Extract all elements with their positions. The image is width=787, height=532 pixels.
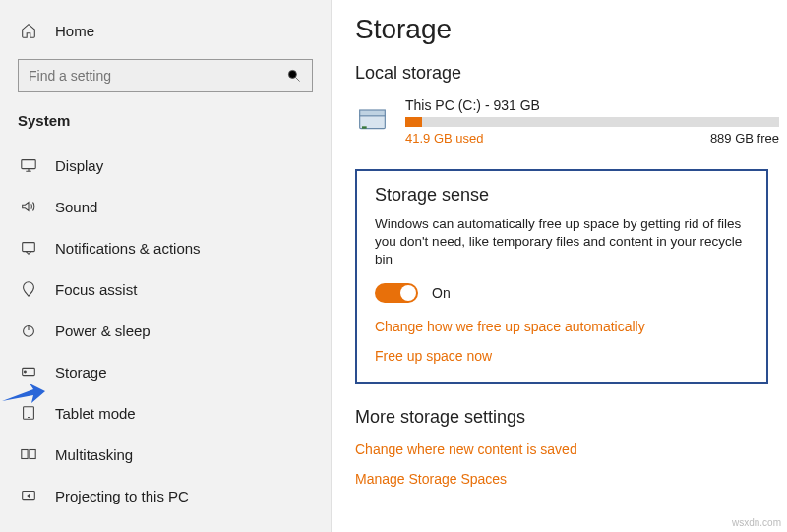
disk-usage-bar xyxy=(405,117,779,127)
sidebar-item-label: Notifications & actions xyxy=(55,240,201,257)
sidebar-item-tablet-mode[interactable]: Tablet mode xyxy=(0,392,331,434)
sidebar-item-sound[interactable]: Sound xyxy=(0,186,331,227)
sidebar-item-display[interactable]: Display xyxy=(0,145,331,186)
search-field[interactable] xyxy=(29,68,286,84)
svg-rect-7 xyxy=(22,450,28,459)
disk-icon xyxy=(355,103,390,141)
home-icon xyxy=(18,20,39,41)
sidebar-item-multitasking[interactable]: Multitasking xyxy=(0,434,331,475)
svg-point-0 xyxy=(288,70,296,78)
page-title: Storage xyxy=(355,14,779,45)
search-icon xyxy=(286,68,302,84)
sidebar-item-label: Storage xyxy=(55,364,107,381)
svg-rect-12 xyxy=(362,126,367,128)
link-change-free-up[interactable]: Change how we free up space automaticall… xyxy=(375,319,749,334)
sidebar-item-label: Display xyxy=(55,157,103,174)
sidebar-item-focus-assist[interactable]: Focus assist xyxy=(0,268,331,310)
storage-sense-toggle[interactable] xyxy=(375,283,418,303)
storage-sense-description: Windows can automatically free up space … xyxy=(375,215,749,269)
sidebar-item-label: Focus assist xyxy=(55,281,137,298)
sidebar-section-label: System xyxy=(0,106,331,139)
sidebar-item-label: Sound xyxy=(55,199,97,215)
sidebar-item-label: Multitasking xyxy=(55,446,133,463)
link-manage-storage-spaces[interactable]: Manage Storage Spaces xyxy=(355,471,779,487)
sidebar-item-label: Home xyxy=(55,23,94,39)
more-settings-heading: More storage settings xyxy=(355,407,779,428)
notifications-icon xyxy=(18,237,39,259)
focus-assist-icon xyxy=(18,278,39,300)
sound-icon xyxy=(18,196,39,217)
svg-rect-2 xyxy=(23,243,35,252)
storage-sense-heading: Storage sense xyxy=(375,185,749,206)
sidebar-item-label: Power & sleep xyxy=(55,323,151,339)
svg-rect-1 xyxy=(22,160,35,169)
projecting-icon xyxy=(18,485,39,506)
sidebar-item-power-sleep[interactable]: Power & sleep xyxy=(0,310,331,351)
svg-rect-8 xyxy=(30,450,35,459)
storage-sense-box: Storage sense Windows can automatically … xyxy=(355,169,768,384)
disk-row[interactable]: This PC (C:) - 931 GB 41.9 GB used 889 G… xyxy=(355,97,779,146)
more-storage-settings: More storage settings Change where new c… xyxy=(355,407,779,487)
storage-icon xyxy=(18,361,39,383)
watermark: wsxdn.com xyxy=(732,517,781,528)
svg-point-5 xyxy=(25,371,27,373)
toggle-label: On xyxy=(432,285,451,301)
svg-rect-11 xyxy=(360,110,386,116)
disk-usage-fill xyxy=(405,117,422,127)
sidebar-item-label: Tablet mode xyxy=(55,405,136,422)
tablet-icon xyxy=(18,402,39,424)
display-icon xyxy=(18,154,39,176)
search-input[interactable] xyxy=(18,59,313,92)
link-free-up-now[interactable]: Free up space now xyxy=(375,348,749,364)
sidebar-item-notifications[interactable]: Notifications & actions xyxy=(0,227,331,268)
sidebar: Home System Display Sound xyxy=(0,0,332,532)
disk-free: 889 GB free xyxy=(710,131,779,146)
sidebar-item-home[interactable]: Home xyxy=(0,10,331,51)
disk-name: This PC (C:) - 931 GB xyxy=(405,97,779,113)
sidebar-item-label: Projecting to this PC xyxy=(55,488,189,504)
multitasking-icon xyxy=(18,443,39,465)
link-change-content-save[interactable]: Change where new content is saved xyxy=(355,442,779,457)
power-icon xyxy=(18,320,39,341)
sidebar-item-projecting[interactable]: Projecting to this PC xyxy=(0,475,331,516)
local-storage-heading: Local storage xyxy=(355,63,779,84)
sidebar-item-storage[interactable]: Storage xyxy=(0,351,331,392)
main-content: Storage Local storage This PC (C:) - 931… xyxy=(332,0,787,532)
disk-used: 41.9 GB used xyxy=(405,131,484,146)
